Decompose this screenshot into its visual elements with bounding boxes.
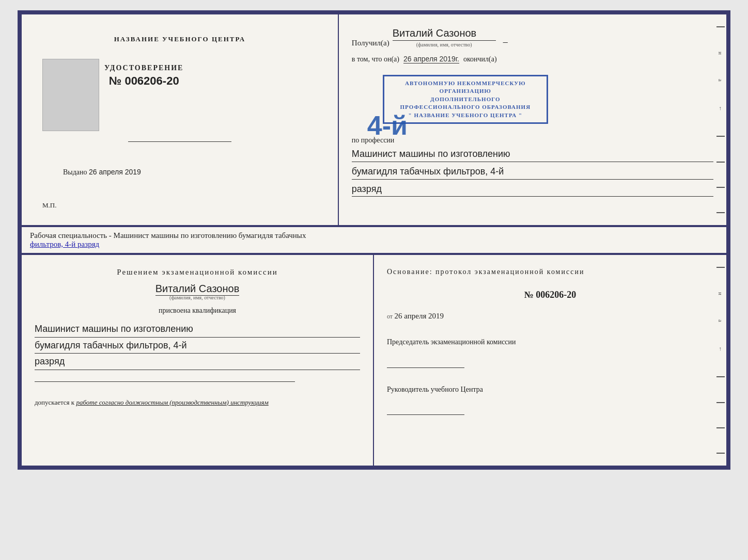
bottom-profession3: разряд [35, 354, 360, 370]
dopuskaetsya-prefix: допускается к [35, 398, 74, 406]
bottom-profession2: бумагидля табачных фильтров, 4-й [35, 338, 360, 354]
strip-dash5 [716, 212, 725, 213]
bottom-divider [35, 381, 295, 382]
stamp-line1: АВТОНОМНУЮ НЕКОММЕРЧЕСКУЮ ОРГАНИЗАЦИЮ [389, 79, 541, 95]
strip-dash-b4 [716, 427, 725, 428]
strip-dash-b2 [716, 376, 725, 377]
vtom-prefix: в том, что он(а) [352, 55, 399, 63]
issued-date: 26 апреля 2019 [89, 168, 141, 176]
photo-placeholder [42, 59, 99, 131]
between-text-underline: фильтров, 4-й разряд [30, 240, 99, 248]
vtom-block: в том, что он(а) 26 апреля 2019г. окончи… [352, 55, 713, 63]
bottom-profession-block: Машинист машины по изготовлению бумагидл… [35, 321, 360, 370]
big-number: 4-й [367, 112, 408, 139]
okonchil: окончил(а) [463, 55, 497, 63]
strip-dash2 [716, 136, 725, 137]
cert-left: НАЗВАНИЕ УЧЕБНОГО ЦЕНТРА УДОСТОВЕРЕНИЕ №… [22, 14, 339, 225]
cert-number: № 006206-20 [104, 74, 183, 88]
recipient-name: Виталий Сазонов [393, 27, 496, 41]
dopuskaetsya-block: допускается к работе согласно должностны… [35, 398, 360, 407]
komissia-name-sub: (фамилия, имя, отчество) [35, 295, 360, 300]
strip-letter-ba: а [718, 319, 724, 322]
komissia-name: Виталий Сазонов [155, 283, 240, 296]
between-text-normal: Рабочая специальность - Машинист машины … [30, 231, 306, 239]
strip-dash [716, 26, 725, 27]
strip-dash-b5 [716, 453, 725, 454]
strip-arrow: ← [718, 106, 724, 111]
name-sub: (фамилия, имя, отчество) [416, 42, 472, 47]
training-center-title: НАЗВАНИЕ УЧЕБНОГО ЦЕНТРА [114, 35, 246, 43]
strip-letter-bi: и [718, 292, 724, 295]
strip-dash4 [716, 187, 725, 188]
stamp-line3: " НАЗВАНИЕ УЧЕБНОГО ЦЕНТРА " [389, 111, 541, 119]
prisvoena-label: присвоена квалификация [35, 307, 360, 315]
issued-label: Выдано [63, 168, 87, 176]
divider-line [128, 141, 231, 142]
predsedatel-title: Председатель экзаменационной комиссии [387, 337, 713, 347]
dash: – [503, 37, 508, 47]
proto-date: от 26 апреля 2019 [387, 312, 713, 321]
document-container: НАЗВАНИЕ УЧЕБНОГО ЦЕНТРА УДОСТОВЕРЕНИЕ №… [18, 10, 730, 470]
bottom-profession1: Машинист машины по изготовлению [35, 321, 360, 338]
profession-line3: разряд [352, 182, 713, 197]
predsedatel-signature [387, 358, 464, 368]
poluchil-prefix: Получил(а) [352, 39, 389, 47]
between-label: Рабочая специальность - Машинист машины … [18, 227, 730, 253]
osnovanie-title: Основание: протокол экзаменационной коми… [387, 268, 713, 276]
issued-block: Выдано 26 апреля 2019 [63, 168, 141, 177]
certificate-bottom: Решением экзаменационной комиссии Витали… [18, 253, 730, 470]
ot-date: 26 апреля 2019 [395, 312, 444, 320]
mp-label: М.П. [42, 201, 56, 210]
rukovoditel-title: Руководитель учебного Центра [387, 385, 713, 395]
rukovoditel-signature [387, 405, 464, 415]
strip-dash-b3 [716, 402, 725, 403]
ot-label: от [387, 313, 393, 320]
komissia-title: Решением экзаменационной комиссии [35, 268, 360, 277]
side-strip-top-right: и а ← [715, 14, 726, 225]
komissia-name-block: Виталий Сазонов (фамилия, имя, отчество) [35, 283, 360, 300]
side-strip-bottom-right: и а ← [715, 255, 726, 466]
cert-bottom-right: Основание: протокол экзаменационной коми… [374, 255, 726, 466]
strip-letter-a: а [718, 79, 724, 82]
strip-letter-i: и [718, 52, 724, 55]
profession-line1: Машинист машины по изготовлению [352, 147, 713, 162]
cert-right: Получил(а) Виталий Сазонов (фамилия, имя… [339, 14, 726, 225]
vtom-date: 26 апреля 2019г. [403, 55, 459, 63]
cert-bottom-left: Решением экзаменационной комиссии Витали… [22, 255, 374, 466]
certificate-top: НАЗВАНИЕ УЧЕБНОГО ЦЕНТРА УДОСТОВЕРЕНИЕ №… [18, 10, 730, 227]
dopuskaetsya-text: работе согласно должностным (производств… [76, 398, 268, 406]
strip-dash-b1 [716, 267, 725, 268]
udost-label: УДОСТОВЕРЕНИЕ [104, 64, 183, 72]
strip-arrow-b: ← [718, 346, 724, 352]
profession-line2: бумагидля табачных фильтров, 4-й [352, 164, 713, 180]
proto-number: № 006206-20 [387, 290, 713, 300]
poluchil-block: Получил(а) Виталий Сазонов (фамилия, имя… [352, 27, 713, 47]
strip-dash3 [716, 162, 725, 163]
stamp-line2: ДОПОЛНИТЕЛЬНОГО ПРОФЕССИОНАЛЬНОГО ОБРАЗО… [389, 95, 541, 111]
udost-block: УДОСТОВЕРЕНИЕ № 006206-20 [104, 64, 183, 88]
profession-block: по профессии Машинист машины по изготовл… [352, 131, 713, 197]
stamp-area: 4-й АВТОНОМНУЮ НЕКОММЕРЧЕСКУЮ ОРГАНИЗАЦИ… [352, 71, 713, 124]
